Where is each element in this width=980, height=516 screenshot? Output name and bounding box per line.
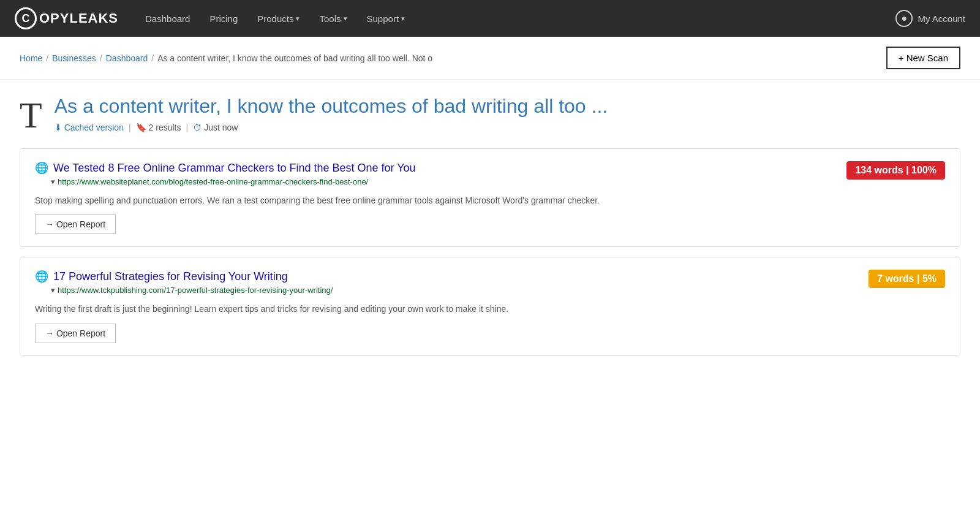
brand-logo[interactable]: C OPYLEAKS	[15, 7, 118, 29]
breadcrumb-sep-1: /	[46, 53, 48, 63]
result-header-1: 🌐 We Tested 8 Free Online Grammar Checke…	[35, 161, 945, 186]
result-card-1: 🌐 We Tested 8 Free Online Grammar Checke…	[20, 148, 960, 247]
cached-version-link[interactable]: ⬇ Cached version	[55, 123, 124, 132]
main-content: T As a content writer, I know the outcom…	[0, 80, 980, 381]
result-title-area-2: 🌐 17 Powerful Strategies for Revising Yo…	[35, 270, 869, 295]
brand-icon: C	[15, 7, 37, 29]
open-report-button-1[interactable]: → Open Report	[35, 214, 116, 234]
navbar: C OPYLEAKS Dashboard Pricing Products ▾ …	[0, 0, 980, 37]
result-url-row-2: ▾ https://www.tckpublishing.com/17-power…	[51, 286, 859, 295]
result-badge-1: 134 words | 100%	[846, 161, 945, 180]
nav-products[interactable]: Products ▾	[250, 9, 307, 29]
scan-time: Just now	[204, 123, 238, 132]
breadcrumb-home[interactable]: Home	[20, 53, 42, 63]
breadcrumb-current: As a content writer, I know the outcomes…	[157, 53, 432, 63]
result-title-link-2[interactable]: 17 Powerful Strategies for Revising Your…	[53, 270, 288, 283]
result-description-1: Stop making spelling and punctuation err…	[35, 194, 945, 207]
clock-icon: ⏱	[193, 123, 202, 132]
result-title-row-2: 🌐 17 Powerful Strategies for Revising Yo…	[35, 270, 859, 283]
brand-name: OPYLEAKS	[39, 10, 118, 26]
url-arrow-2: ▾	[51, 286, 55, 295]
open-report-button-2[interactable]: → Open Report	[35, 324, 116, 343]
brand-icon-letter: C	[22, 12, 30, 25]
nav-tools-label: Tools	[319, 13, 341, 24]
download-icon: ⬇	[55, 123, 62, 132]
result-url-link-2[interactable]: https://www.tckpublishing.com/17-powerfu…	[58, 286, 333, 295]
result-header-2: 🌐 17 Powerful Strategies for Revising Yo…	[35, 270, 945, 295]
breadcrumb-businesses[interactable]: Businesses	[52, 53, 96, 63]
title-info: As a content writer, I know the outcomes…	[55, 94, 608, 132]
tools-dropdown-arrow: ▾	[344, 15, 347, 23]
results-count-item: 🔖 2 results	[136, 123, 181, 132]
result-url-row-1: ▾ https://www.websiteplanet.com/blog/tes…	[51, 177, 837, 186]
breadcrumb-sep-3: /	[151, 53, 154, 63]
result-title-area-1: 🌐 We Tested 8 Free Online Grammar Checke…	[35, 161, 846, 186]
document-type-icon: T	[20, 97, 42, 134]
nav-pricing[interactable]: Pricing	[202, 9, 245, 29]
meta-sep-2: |	[186, 123, 189, 132]
bookmark-icon: 🔖	[136, 123, 146, 132]
result-badge-2: 7 words | 5%	[869, 270, 945, 288]
breadcrumb-sep-2: /	[100, 53, 102, 63]
breadcrumb-dashboard[interactable]: Dashboard	[106, 53, 148, 63]
globe-icon-2: 🌐	[35, 270, 48, 283]
breadcrumb: Home / Businesses / Dashboard / As a con…	[20, 53, 432, 63]
nav-links: Dashboard Pricing Products ▾ Tools ▾ Sup…	[138, 9, 895, 29]
time-item: ⏱ Just now	[193, 123, 238, 132]
result-title-link-1[interactable]: We Tested 8 Free Online Grammar Checkers…	[53, 162, 416, 175]
account-icon: ●	[895, 10, 913, 27]
page-title: As a content writer, I know the outcomes…	[55, 94, 608, 118]
result-description-2: Writing the first draft is just the begi…	[35, 302, 945, 316]
result-card-2: 🌐 17 Powerful Strategies for Revising Yo…	[20, 257, 960, 355]
my-account-nav[interactable]: ● My Account	[895, 10, 965, 27]
globe-icon-1: 🌐	[35, 161, 48, 175]
nav-support-label: Support	[367, 13, 399, 24]
result-url-link-1[interactable]: https://www.websiteplanet.com/blog/teste…	[58, 177, 368, 186]
results-count: 2 results	[149, 123, 181, 132]
cached-version-label: Cached version	[64, 123, 124, 132]
meta-sep-1: |	[129, 123, 131, 132]
new-scan-button[interactable]: + New Scan	[886, 47, 960, 69]
nav-dashboard[interactable]: Dashboard	[138, 9, 197, 29]
nav-tools[interactable]: Tools ▾	[312, 9, 354, 29]
breadcrumb-bar: Home / Businesses / Dashboard / As a con…	[0, 37, 980, 80]
result-title-row-1: 🌐 We Tested 8 Free Online Grammar Checke…	[35, 161, 837, 175]
page-title-section: T As a content writer, I know the outcom…	[20, 94, 960, 134]
nav-support[interactable]: Support ▾	[360, 9, 413, 29]
url-arrow-1: ▾	[51, 177, 55, 186]
nav-products-label: Products	[257, 13, 293, 24]
support-dropdown-arrow: ▾	[401, 15, 405, 23]
products-dropdown-arrow: ▾	[296, 15, 300, 23]
my-account-label: My Account	[918, 13, 965, 24]
title-meta: ⬇ Cached version | 🔖 2 results | ⏱ Just …	[55, 123, 608, 132]
